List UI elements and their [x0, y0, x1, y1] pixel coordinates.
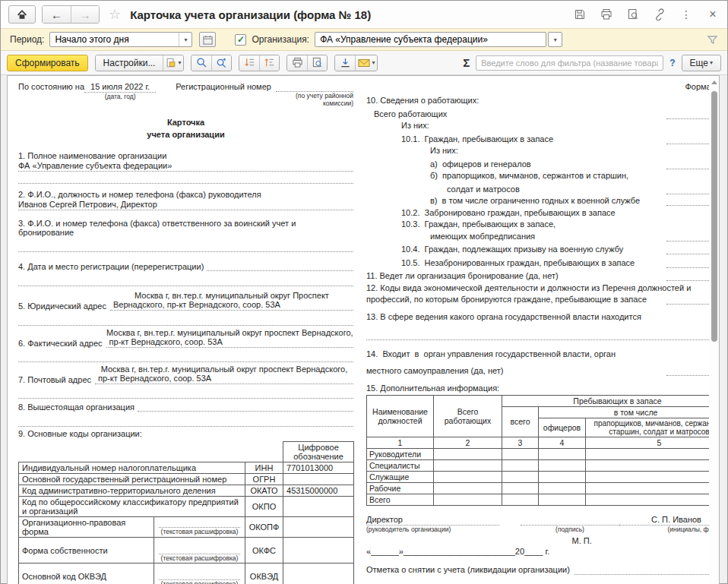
org-codes-table: Цифровое обозначение Индивидуальный номе…	[18, 441, 354, 584]
table-row: Основной государственный регистрационный…	[19, 474, 354, 485]
section-3: 3. Ф.И.О. и номер телефона (факса) ответ…	[18, 219, 353, 252]
save-button[interactable]	[573, 8, 587, 21]
send-mail-button[interactable]: ▾	[355, 55, 377, 71]
search-next-button[interactable]	[211, 55, 231, 71]
row-label: Из них:	[430, 146, 458, 156]
expand-groups-button[interactable]	[259, 55, 279, 71]
row-a: а) офицеров и генералов 2	[366, 158, 709, 169]
code-value	[283, 497, 354, 517]
signer-name-hint: (инициалы, фамилия)	[619, 526, 709, 533]
row-value: 1	[666, 243, 709, 254]
as-of-label: По состоянию на	[18, 82, 84, 91]
back-icon: ←	[51, 8, 62, 21]
more-button[interactable]: Еще ▾	[682, 55, 721, 71]
row-v: в) в том числе ограниченно годных к воен…	[366, 196, 709, 206]
as-of-hint: (дата, год)	[105, 93, 136, 100]
organization-checkbox[interactable]: ✓	[235, 34, 246, 46]
scrollbar-up-icon[interactable]	[711, 80, 717, 84]
filter-funnel-icon[interactable]	[707, 34, 718, 46]
section-10-label: 10. Сведения о работающих:	[366, 96, 479, 106]
t15-group: Пребывающих в запасе	[502, 395, 710, 406]
sum-icon[interactable]: Σ	[463, 56, 470, 69]
home-button[interactable]	[8, 5, 36, 24]
more-menu-button[interactable]: ⋮	[679, 8, 693, 21]
preview-button[interactable]	[626, 8, 640, 21]
generate-button[interactable]: Сформировать	[7, 55, 88, 71]
t15-rowname: Руководители	[367, 448, 434, 459]
settings-button[interactable]: Настройки...	[96, 55, 163, 71]
period-label: Период:	[10, 34, 44, 45]
search-button[interactable]	[191, 55, 211, 71]
section-7-label: 7. Почтовый адрес	[18, 375, 91, 384]
back-button[interactable]: ←	[43, 6, 71, 23]
section-14-label2: местного самоуправления (да, нет)	[366, 366, 503, 376]
row-iz-nih: Из них:	[366, 121, 709, 131]
period-input[interactable]	[50, 33, 179, 46]
section-2: 2. Ф.И.О., должность и номер телефона (ф…	[18, 190, 353, 210]
row-label: в) в том числе ограниченно годных к воен…	[430, 196, 640, 206]
report-variants-button[interactable]: ▾	[163, 55, 183, 71]
row-value: 2	[666, 183, 709, 194]
section-4-label: 4. Дата и место регистрации (перерегистр…	[18, 262, 204, 271]
scrollbar-thumb[interactable]	[711, 91, 717, 342]
row-value: 2	[666, 158, 709, 169]
section-7-value-line1: Москва г, вн.тер.г. муниципальный округ …	[95, 365, 353, 374]
section-1-value: ФА «Управление субъекта федерации»	[18, 161, 353, 172]
code-sub-cell: (текстовая расшифровка)	[154, 538, 245, 563]
vertical-scrollbar[interactable]	[709, 76, 719, 584]
t15-num: 5	[586, 437, 710, 448]
table-row: Рабочие	[367, 482, 710, 494]
t15-col-name: Наименование должностей	[367, 395, 434, 437]
row-value: 4	[666, 133, 709, 144]
print-button[interactable]	[600, 8, 613, 21]
expand-groups-icon	[264, 57, 275, 68]
row-value	[666, 232, 709, 241]
toolbar-preview-button[interactable]	[307, 55, 327, 71]
row-value	[666, 196, 709, 206]
section-9: 9. Основные коды организации:	[18, 429, 353, 438]
row-total-workers: Всего работающих 32	[366, 108, 709, 119]
row-label: Из них:	[401, 121, 429, 131]
favorite-star-icon[interactable]: ☆	[109, 6, 121, 23]
code-abbr: ОКАТО	[245, 485, 283, 497]
organization-label: Организация:	[252, 34, 309, 45]
forward-button[interactable]: →	[71, 6, 99, 23]
link-button[interactable]	[653, 8, 666, 21]
grouping-group	[239, 55, 280, 71]
organization-dropdown-icon: ▾	[549, 33, 562, 46]
section-6-value-line2: пр-кт Вернадского, соор. 53А	[106, 337, 353, 348]
row-10-5: 10.5. Незабронированных граждан, пребыва…	[366, 257, 709, 268]
section-16: Отметка о снятии с учета (ликвидации орг…	[366, 565, 709, 575]
code-name: Код по общероссийскому классификатору пр…	[19, 497, 245, 517]
reg-number-line	[276, 82, 353, 92]
help-button[interactable]: ?	[669, 58, 675, 68]
save-file-button[interactable]	[335, 55, 355, 71]
calendar-button[interactable]	[199, 32, 216, 47]
form-number-label: Форма 18	[366, 82, 709, 91]
collapse-groups-button[interactable]	[239, 55, 259, 71]
period-field[interactable]: ▾	[49, 32, 192, 47]
date-line: «______»________________________20____ г…	[366, 547, 709, 556]
row-label: имеющих мобпредписания	[430, 232, 535, 241]
organization-field[interactable]	[315, 32, 546, 47]
code-sub-cell: (текстовая расшифровка)	[154, 563, 245, 584]
row-label: 10.3. Граждан, пребывающих в запасе,	[401, 219, 555, 229]
row-10-2: 10.2. Забронировано граждан, пребывающих…	[366, 208, 709, 218]
t15-col-praporshikov: прапорщиков, мичманов, сержантов, старши…	[586, 418, 710, 437]
collapse-groups-icon	[244, 57, 255, 68]
toolbar-print-button[interactable]	[287, 55, 307, 71]
code-sub-hint: (текстовая расшифровка)	[157, 554, 242, 562]
organization-input[interactable]	[315, 33, 546, 46]
table-row: Код по общероссийскому классификатору пр…	[19, 497, 354, 517]
row-label: а) офицеров и генералов	[430, 159, 531, 169]
table-row: Всего	[367, 494, 710, 505]
t15-col-total: Всего работающих	[434, 395, 502, 437]
section-12-label2: профессий, по которым бронируются гражда…	[366, 295, 647, 305]
card-title: Карточка учета организации	[18, 118, 353, 139]
quick-filter-input[interactable]	[476, 55, 663, 71]
section-11-label: 11. Ведет ли организация бронирование (д…	[366, 271, 559, 281]
period-dropdown-icon[interactable]: ▾	[179, 33, 191, 46]
organization-dropdown[interactable]: ▾	[548, 32, 562, 47]
close-button[interactable]: ×	[706, 8, 720, 21]
section-4-extra-line	[18, 277, 353, 286]
